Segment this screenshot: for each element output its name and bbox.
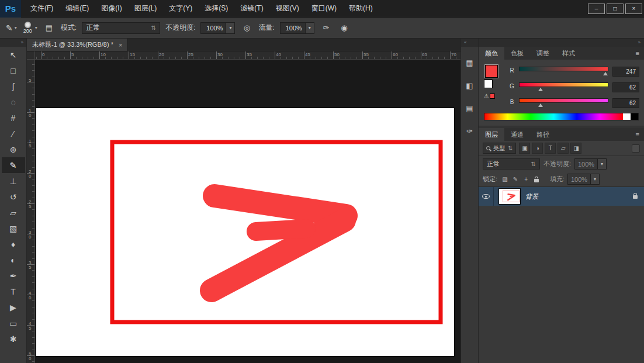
tablet-pressure-size-icon[interactable]: ◉ xyxy=(338,22,351,34)
layers-tab-0[interactable]: 图层 xyxy=(479,128,504,141)
flow-input[interactable]: 100% ▾ xyxy=(280,22,314,34)
chevron-down-icon[interactable]: ▾ xyxy=(598,158,607,170)
type-tool[interactable]: T xyxy=(2,284,25,299)
maximize-button[interactable]: □ xyxy=(607,4,624,14)
eraser-tool[interactable]: ▱ xyxy=(2,205,25,220)
ruler-label: 35 xyxy=(247,52,252,57)
rectangle-tool[interactable]: ▭ xyxy=(2,315,25,331)
minimize-button[interactable]: – xyxy=(588,4,605,14)
lock-pixels-icon[interactable]: ✎ xyxy=(511,175,520,184)
layer-fill-input[interactable]: 100% ▾ xyxy=(567,174,600,185)
chevron-down-icon[interactable]: ▾ xyxy=(591,174,600,185)
move-tool[interactable]: ↖ xyxy=(2,47,25,63)
layers-tab-2[interactable]: 路径 xyxy=(530,128,556,141)
color-tab-1[interactable]: 色板 xyxy=(504,47,530,60)
spectrum-gradient[interactable] xyxy=(484,113,623,120)
filter-adjustment-layers-icon[interactable]: ◑ xyxy=(532,143,543,154)
brush-tool[interactable]: ✎ xyxy=(2,157,25,173)
filter-pixel-layers-icon[interactable]: ▣ xyxy=(519,143,530,154)
chevron-down-icon[interactable]: ▾ xyxy=(306,22,314,34)
info-panel-icon[interactable]: ▤ xyxy=(463,101,477,115)
menu-item-1[interactable]: 编辑(E) xyxy=(65,4,89,13)
color-tab-0[interactable]: 颜色 xyxy=(479,47,504,60)
filter-smart-objects-icon[interactable]: ◨ xyxy=(570,143,581,154)
layer-thumbnail[interactable] xyxy=(499,189,520,204)
gradient-tool[interactable]: ▧ xyxy=(2,220,25,236)
channel-slider-r[interactable] xyxy=(519,67,608,75)
layer-blend-mode-select[interactable]: 正常 ⇅ xyxy=(483,158,540,170)
channel-slider-b[interactable] xyxy=(519,98,608,107)
toolbar-collapse-icon[interactable]: » xyxy=(0,39,26,47)
menu-item-4[interactable]: 文字(Y) xyxy=(169,4,192,13)
spectrum-black-swatch[interactable] xyxy=(631,113,638,120)
dodge-tool[interactable]: ◐ xyxy=(2,252,25,268)
tool-preset-picker[interactable]: ✎ ▾ xyxy=(6,23,17,33)
menu-item-8[interactable]: 窗口(W) xyxy=(311,4,337,13)
lock-all-icon[interactable] xyxy=(532,175,541,184)
quick-selection-tool[interactable]: ◌ xyxy=(2,94,25,110)
lock-position-icon[interactable]: + xyxy=(521,175,531,184)
crop-tool[interactable]: # xyxy=(2,110,25,126)
hand-tool[interactable]: ✱ xyxy=(2,331,25,347)
layer-filter-toggle[interactable] xyxy=(632,144,640,153)
channel-slider-g[interactable] xyxy=(519,82,608,91)
menu-item-2[interactable]: 图像(I) xyxy=(101,4,122,13)
document-tab[interactable]: 未标题-1 @ 33.3%(RGB/8) * × xyxy=(27,39,128,51)
menu-item-5[interactable]: 选择(S) xyxy=(205,4,228,13)
layer-filter-type-select[interactable]: 类型 ⇅ xyxy=(483,143,516,154)
menu-item-3[interactable]: 图层(L) xyxy=(134,4,157,13)
channel-value-g[interactable]: 62 xyxy=(612,82,639,92)
gamut-warning[interactable]: ⚠ xyxy=(484,93,495,99)
channel-value-b[interactable]: 62 xyxy=(612,98,639,108)
menu-item-9[interactable]: 帮助(H) xyxy=(349,4,373,13)
menu-item-6[interactable]: 滤镜(T) xyxy=(240,4,263,13)
layer-row-background[interactable]: 背景 xyxy=(479,187,644,206)
panel-menu-icon[interactable]: ≡ xyxy=(631,128,644,141)
color-spectrum-bar[interactable] xyxy=(484,113,639,120)
history-brush-tool[interactable]: ↺ xyxy=(2,189,25,205)
panel-menu-icon[interactable]: ≡ xyxy=(631,47,644,60)
pen-tool[interactable]: ✒ xyxy=(2,268,25,284)
strip-collapse-icon[interactable]: « xyxy=(461,39,478,47)
menu-item-0[interactable]: 文件(F) xyxy=(30,4,53,13)
airbrush-icon[interactable]: ✑ xyxy=(320,22,333,34)
spot-healing-brush-tool[interactable]: ⊕ xyxy=(2,141,25,157)
spectrum-white-swatch[interactable] xyxy=(623,113,631,120)
slider-thumb[interactable] xyxy=(538,88,543,91)
slider-thumb[interactable] xyxy=(603,72,608,75)
brush-presets-panel-icon[interactable]: ✑ xyxy=(463,124,477,138)
color-tab-3[interactable]: 样式 xyxy=(556,47,581,60)
slider-thumb[interactable] xyxy=(538,103,543,107)
filter-shape-layers-icon[interactable]: ▱ xyxy=(558,143,569,154)
layers-tab-1[interactable]: 通道 xyxy=(504,128,530,141)
tab-close-icon[interactable]: × xyxy=(119,42,122,49)
close-button[interactable]: × xyxy=(625,4,642,14)
brush-tip-icon xyxy=(25,22,31,28)
blur-tool[interactable]: ♦ xyxy=(2,236,25,252)
foreground-color-swatch[interactable] xyxy=(485,65,498,78)
brush-size-picker[interactable]: 200 ▾ xyxy=(22,21,37,34)
history-panel-icon[interactable]: ▦ xyxy=(463,56,477,70)
color-tab-2[interactable]: 调整 xyxy=(530,47,556,60)
opacity-input[interactable]: 100% ▾ xyxy=(200,22,235,34)
channel-value-r[interactable]: 247 xyxy=(612,67,639,77)
lock-transparency-icon[interactable]: ▨ xyxy=(500,175,510,184)
layer-visibility-cell[interactable] xyxy=(479,187,494,206)
canvas[interactable] xyxy=(36,108,454,356)
filter-type-layers-icon[interactable]: T xyxy=(545,143,556,154)
background-color-swatch[interactable] xyxy=(484,79,493,88)
path-selection-tool[interactable]: ▶ xyxy=(2,299,25,315)
updown-icon: ⇅ xyxy=(508,145,513,151)
brush-panel-toggle-icon[interactable]: ▤ xyxy=(43,22,56,34)
clone-stamp-tool[interactable]: ⊥ xyxy=(2,173,25,189)
eyedropper-tool[interactable]: ⁄ xyxy=(2,126,25,141)
chevron-down-icon[interactable]: ▾ xyxy=(226,22,235,34)
dock-collapse-icon[interactable]: » xyxy=(638,39,640,47)
menu-item-7[interactable]: 视图(V) xyxy=(276,4,299,13)
lasso-tool[interactable]: ʃ xyxy=(2,78,25,94)
layer-opacity-input[interactable]: 100% ▾ xyxy=(574,158,607,170)
paint-mode-select[interactable]: 正常 ⇅ xyxy=(82,22,160,34)
tablet-pressure-opacity-icon[interactable]: ◎ xyxy=(240,22,253,34)
properties-panel-icon[interactable]: ◧ xyxy=(463,78,477,92)
rectangular-marquee-tool[interactable]: □ xyxy=(2,63,25,78)
